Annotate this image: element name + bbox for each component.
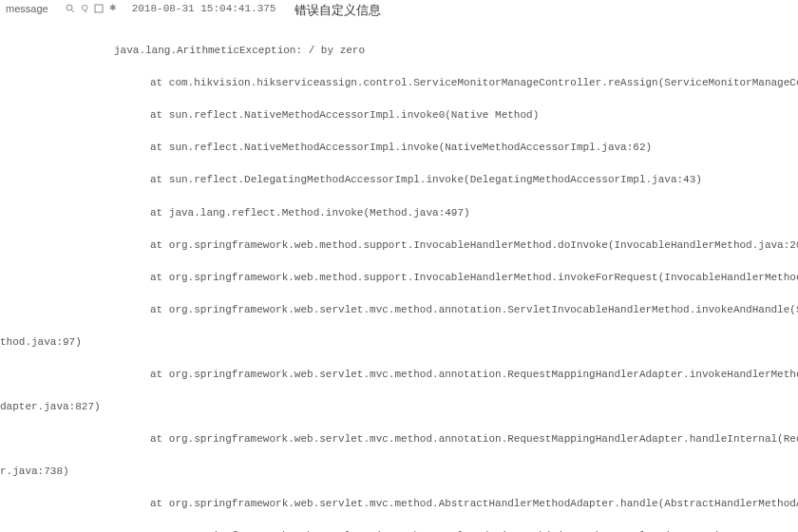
stack-frame: at sun.reflect.NativeMethodAccessorImpl.… <box>114 140 798 156</box>
exception-line: java.lang.ArithmeticException: / by zero <box>114 43 798 59</box>
stack-frame: at com.hikvision.hikserviceassign.contro… <box>114 75 798 91</box>
message-heading: 错误自定义信息 <box>294 2 381 19</box>
stack-frame-wrapped: at org.springframework.web.servlet.mvc.m… <box>114 367 798 383</box>
stack-frame: at org.springframework.web.method.suppor… <box>114 270 798 286</box>
timestamp: 2018-08-31 15:04:41.375 <box>132 2 276 14</box>
svg-point-0 <box>66 5 72 10</box>
stack-frame: at org.springframework.web.servlet.Dispa… <box>114 528 798 532</box>
log-entry-header: message Q ✱ 2018-08-31 15:04:41.375 错误自定… <box>0 0 798 21</box>
filter-out-icon[interactable]: ✱ <box>108 3 119 13</box>
field-actions: Q ✱ <box>66 2 119 13</box>
stack-frame: at sun.reflect.NativeMethodAccessorImpl.… <box>114 107 798 124</box>
zoom-icon[interactable] <box>66 3 76 13</box>
stack-frame-wrap: r.java:738) <box>0 464 798 480</box>
stack-frame: at org.springframework.web.method.suppor… <box>114 238 798 254</box>
stack-frame-wrap: dapter.java:827) <box>0 399 798 415</box>
stack-frame: at sun.reflect.DelegatingMethodAccessorI… <box>114 172 798 188</box>
filter-in-icon[interactable]: Q <box>80 3 90 13</box>
stack-frame: at java.lang.reflect.Method.invoke(Metho… <box>114 205 798 221</box>
svg-line-1 <box>71 10 74 12</box>
stack-frame-wrapped: at org.springframework.web.servlet.mvc.m… <box>114 302 798 318</box>
stack-trace: java.lang.ArithmeticException: / by zero… <box>0 21 798 532</box>
toggle-column-icon[interactable] <box>94 3 104 13</box>
stack-frame: at org.springframework.web.servlet.mvc.m… <box>114 496 798 512</box>
svg-rect-2 <box>95 5 103 12</box>
stack-frame-wrap: thod.java:97) <box>0 334 798 351</box>
stack-frame-wrapped: at org.springframework.web.servlet.mvc.m… <box>114 431 798 447</box>
field-label: message <box>6 2 48 14</box>
